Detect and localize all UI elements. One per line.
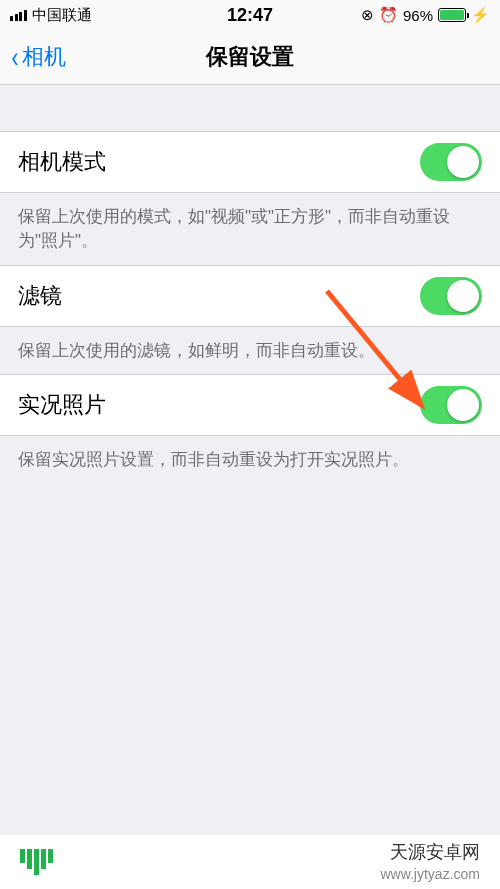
live-photo-label: 实况照片 bbox=[18, 390, 106, 420]
row-filter: 滤镜 bbox=[0, 265, 500, 327]
battery-icon bbox=[438, 8, 466, 22]
status-bar: 中国联通 12:47 ⊗ ⏰ 96% ⚡ bbox=[0, 0, 500, 30]
page-title: 保留设置 bbox=[0, 42, 500, 72]
camera-mode-footer: 保留上次使用的模式，如"视频"或"正方形"，而非自动重设为"照片"。 bbox=[0, 193, 500, 265]
filter-footer: 保留上次使用的滤镜，如鲜明，而非自动重设。 bbox=[0, 327, 500, 375]
watermark-logo-icon bbox=[20, 849, 53, 875]
row-camera-mode: 相机模式 bbox=[0, 131, 500, 193]
filter-toggle[interactable] bbox=[420, 277, 482, 315]
watermark: 天源安卓网 www.jytyaz.com bbox=[0, 834, 500, 889]
status-time: 12:47 bbox=[0, 5, 500, 26]
live-photo-footer: 保留实况照片设置，而非自动重设为打开实况照片。 bbox=[0, 436, 500, 484]
filter-label: 滤镜 bbox=[18, 281, 62, 311]
camera-mode-toggle[interactable] bbox=[420, 143, 482, 181]
watermark-url: www.jytyaz.com bbox=[380, 865, 480, 883]
row-live-photo: 实况照片 bbox=[0, 374, 500, 436]
camera-mode-label: 相机模式 bbox=[18, 147, 106, 177]
live-photo-toggle[interactable] bbox=[420, 386, 482, 424]
nav-bar: ‹ 相机 保留设置 bbox=[0, 30, 500, 85]
watermark-brand: 天源安卓网 bbox=[380, 841, 480, 864]
